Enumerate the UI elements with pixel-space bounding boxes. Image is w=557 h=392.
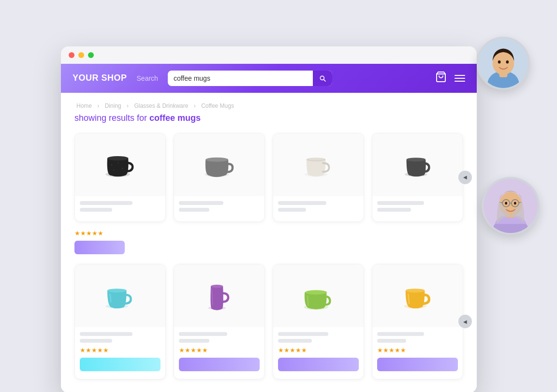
breadcrumb-sep-3: › <box>194 102 196 109</box>
title-bar <box>61 46 477 64</box>
mug-yellow <box>396 274 440 318</box>
card-2-extras <box>174 230 265 256</box>
product-image-1 <box>75 133 165 196</box>
product-card-5: ★★★★★ <box>74 264 166 379</box>
svg-point-21 <box>405 289 425 292</box>
add-to-cart-8[interactable] <box>377 358 458 371</box>
mug-teal <box>99 274 142 318</box>
stars-6: ★★★★★ <box>179 347 260 354</box>
add-to-cart-1[interactable] <box>74 241 125 254</box>
product-image-3 <box>273 133 364 196</box>
svg-point-19 <box>305 290 327 294</box>
add-to-cart-5[interactable] <box>80 358 161 371</box>
woman-portrait <box>484 179 538 233</box>
search-input[interactable] <box>168 71 313 86</box>
product-image-4 <box>372 133 463 196</box>
mug-green <box>297 274 340 318</box>
stars-7: ★★★★★ <box>278 347 359 354</box>
breadcrumb-sep-1: › <box>97 102 99 109</box>
breadcrumb-coffee[interactable]: Coffee Mugs <box>201 102 234 109</box>
mug-cream <box>297 143 340 187</box>
browser-window: YOUR SHOP Search <box>61 46 477 392</box>
product-name-bar-1 <box>80 201 132 205</box>
product-price-bar-7 <box>278 339 312 343</box>
traffic-light-yellow[interactable] <box>78 52 84 58</box>
product-info-4 <box>372 196 463 221</box>
product-image-6 <box>174 264 264 327</box>
product-name-bar-5 <box>80 332 132 336</box>
product-price-bar-2 <box>179 208 209 212</box>
product-card-6: ★★★★★ <box>174 264 265 379</box>
product-price-bar-5 <box>80 339 112 343</box>
product-card-3 <box>273 133 364 222</box>
breadcrumb-sep-2: › <box>127 102 129 109</box>
product-name-bar-7 <box>278 332 328 336</box>
product-row-1: ◀ <box>74 133 463 222</box>
stars-8: ★★★★★ <box>377 347 458 354</box>
product-info-7: ★★★★★ <box>273 327 364 379</box>
avatar-man <box>477 37 530 90</box>
product-price-bar-8 <box>377 339 406 343</box>
product-name-bar-8 <box>377 332 424 336</box>
svg-point-13 <box>406 158 425 161</box>
row-1-extras: ★★★★★ <box>74 230 463 256</box>
product-price-bar-4 <box>377 208 411 212</box>
product-card-1 <box>74 133 166 222</box>
product-info-1 <box>75 196 165 221</box>
avatar-woman <box>482 177 540 235</box>
search-button[interactable] <box>313 71 332 86</box>
svg-point-11 <box>308 158 323 160</box>
svg-point-4 <box>117 162 118 163</box>
scene: YOUR SHOP Search <box>61 32 496 361</box>
svg-point-15 <box>107 289 127 292</box>
breadcrumb-glasses[interactable]: Glasses & Drinkware <box>134 102 188 109</box>
brand-logo: YOUR SHOP <box>73 73 127 83</box>
add-to-cart-7[interactable] <box>278 358 359 371</box>
svg-point-5 <box>122 168 123 169</box>
mug-gray <box>198 143 241 187</box>
hamburger-menu[interactable] <box>454 75 465 82</box>
svg-point-38 <box>514 202 516 204</box>
mug-darkgray <box>396 143 440 187</box>
product-name-bar-3 <box>278 201 326 205</box>
row-1-scroll-right[interactable]: ◀ <box>458 171 472 184</box>
add-to-cart-6[interactable] <box>179 358 260 371</box>
product-card-4 <box>372 133 463 222</box>
product-card-2 <box>174 133 265 222</box>
product-info-5: ★★★★★ <box>75 327 165 379</box>
row-2-scroll-right[interactable]: ◀ <box>458 315 472 328</box>
card-4-extras <box>372 230 463 256</box>
svg-point-2 <box>107 156 128 160</box>
svg-point-37 <box>505 202 507 204</box>
card-1-extras: ★★★★★ <box>74 230 166 256</box>
results-prefix: showing results for <box>74 113 149 123</box>
product-image-8 <box>372 264 463 327</box>
breadcrumb: Home › Dining › Glasses & Drinkware › Co… <box>74 102 463 109</box>
traffic-light-red[interactable] <box>69 52 74 58</box>
traffic-light-green[interactable] <box>88 52 94 58</box>
search-icon <box>319 74 326 82</box>
stars-1: ★★★★★ <box>74 230 166 237</box>
product-price-bar-6 <box>179 339 209 343</box>
product-info-2 <box>174 196 264 221</box>
svg-point-3 <box>111 164 112 165</box>
product-info-3 <box>273 196 364 221</box>
breadcrumb-home[interactable]: Home <box>76 102 92 109</box>
stars-5: ★★★★★ <box>80 347 161 354</box>
card-3-extras <box>273 230 364 256</box>
svg-point-26 <box>498 60 501 63</box>
mug-purple <box>198 274 241 318</box>
product-price-bar-1 <box>80 208 112 212</box>
cart-icon[interactable] <box>435 71 447 85</box>
row-1-grid <box>74 133 463 222</box>
product-name-bar-2 <box>179 201 223 205</box>
navbar: YOUR SHOP Search <box>61 64 477 93</box>
mug-black <box>99 143 142 187</box>
content-area: Home › Dining › Glasses & Drinkware › Co… <box>61 93 477 392</box>
product-image-2 <box>174 133 264 196</box>
results-query: coffee mugs <box>149 113 201 123</box>
product-info-6: ★★★★★ <box>174 327 264 379</box>
product-name-bar-6 <box>179 332 227 336</box>
product-image-5 <box>75 264 165 327</box>
breadcrumb-dining[interactable]: Dining <box>105 102 121 109</box>
